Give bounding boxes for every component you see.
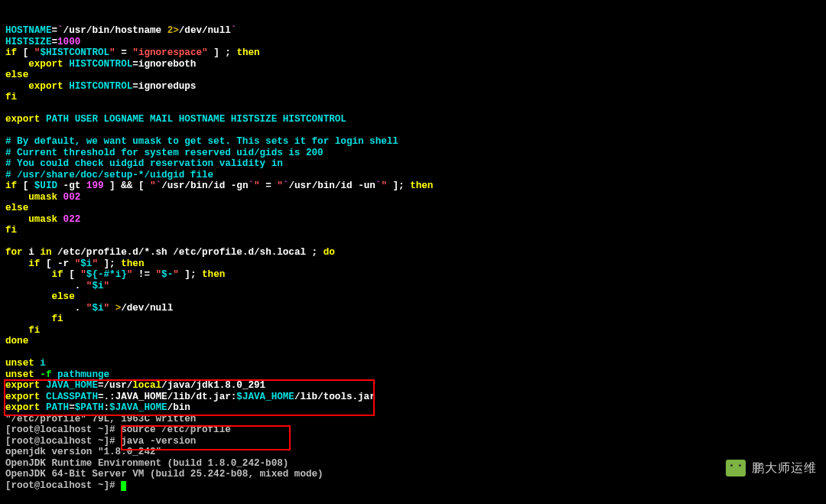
code-segment: /java/jdk1.8.0_291 bbox=[161, 380, 265, 391]
code-segment: = bbox=[260, 180, 278, 191]
code-segment: ` bbox=[231, 25, 237, 36]
code-segment: export bbox=[28, 81, 63, 92]
terminal-line bbox=[5, 236, 821, 248]
code-segment: HISTCONTROL bbox=[69, 59, 132, 70]
code-segment bbox=[5, 214, 28, 225]
code-segment: =/usr/ bbox=[98, 380, 132, 391]
code-segment: /usr/bin/hostname bbox=[63, 25, 167, 36]
terminal-line: fi bbox=[5, 325, 821, 337]
watermark-text: 鹏大师运维 bbox=[752, 463, 817, 474]
code-segment: CLASSPATH bbox=[46, 392, 98, 402]
code-segment: " bbox=[80, 269, 86, 280]
code-segment: PATH USER LOGNAME MAIL HOSTNAME HISTSIZE… bbox=[46, 114, 346, 125]
code-segment: then bbox=[236, 47, 259, 58]
code-segment: " bbox=[109, 47, 115, 58]
code-segment: export bbox=[5, 380, 40, 391]
code-segment: 002 bbox=[63, 192, 81, 203]
code-segment: if bbox=[51, 269, 63, 280]
code-segment: " bbox=[277, 180, 283, 191]
code-segment: /dev/null bbox=[179, 25, 231, 36]
terminal-line: export JAVA_HOME=/usr/local/java/jdk1.8.… bbox=[5, 380, 821, 392]
code-segment: = bbox=[115, 47, 133, 58]
code-segment: export bbox=[5, 392, 40, 402]
code-segment bbox=[5, 325, 28, 336]
code-segment: umask bbox=[28, 192, 57, 203]
terminal-line: fi bbox=[5, 314, 821, 325]
terminal-line: unset -f pathmunge bbox=[5, 369, 821, 381]
code-segment: [root@localhost ~]# source /etc/profile bbox=[5, 424, 231, 435]
code-segment: i bbox=[23, 247, 41, 258]
code-segment: 1000 bbox=[57, 37, 80, 47]
code-segment: then bbox=[202, 269, 225, 280]
code-segment: umask bbox=[28, 214, 57, 225]
code-segment: " bbox=[173, 269, 179, 280]
terminal-line: umask 022 bbox=[5, 214, 821, 226]
code-segment: export bbox=[28, 59, 63, 70]
code-segment bbox=[57, 192, 63, 203]
terminal-line: export HISTCONTROL=ignoredups bbox=[5, 81, 821, 93]
terminal-content: HOSTNAME=`/usr/bin/hostname 2>/dev/null`… bbox=[5, 25, 821, 491]
code-segment: != bbox=[132, 269, 155, 280]
terminal-line: HISTSIZE=1000 bbox=[5, 37, 821, 48]
code-segment: then bbox=[410, 180, 433, 191]
code-segment: = bbox=[51, 37, 57, 47]
code-segment bbox=[5, 269, 51, 280]
code-segment: -f bbox=[40, 369, 51, 380]
code-segment: OpenJDK 64-Bit Server VM (build 25.242-b… bbox=[5, 469, 324, 480]
terminal-line: openjdk version "1.8.0_242" bbox=[5, 447, 821, 458]
code-segment: "/etc/profile" 79L, 1963C written bbox=[5, 414, 196, 424]
terminal-line bbox=[5, 125, 821, 137]
code-segment: $PATH bbox=[75, 402, 104, 413]
code-segment: if bbox=[28, 259, 40, 269]
code-segment: local bbox=[132, 380, 161, 391]
code-segment: fi bbox=[28, 325, 40, 336]
code-segment: $UID bbox=[34, 180, 57, 191]
terminal-line: # /usr/share/doc/setup-*/uidgid file bbox=[5, 170, 821, 181]
code-segment: " bbox=[156, 269, 162, 280]
code-segment: if bbox=[5, 47, 17, 58]
code-segment: " bbox=[150, 180, 156, 191]
code-segment: -gt bbox=[57, 180, 86, 191]
code-segment: [root@localhost ~]# bbox=[5, 480, 121, 491]
code-segment: # You could check uidgid reservation val… bbox=[5, 158, 283, 169]
code-segment bbox=[5, 314, 51, 324]
code-segment: $JAVA_HOME bbox=[236, 392, 294, 402]
terminal-line: OpenJDK 64-Bit Server VM (build 25.242-b… bbox=[5, 469, 821, 480]
code-segment: ]; bbox=[98, 259, 121, 269]
code-segment: # By default, we want umask to get set. … bbox=[5, 136, 398, 147]
code-segment: openjdk version "1.8.0_242" bbox=[5, 447, 161, 457]
code-segment: unset bbox=[5, 369, 34, 380]
code-segment: if bbox=[5, 180, 17, 191]
code-segment: PATH bbox=[46, 402, 69, 413]
terminal-line: . "$i" bbox=[5, 281, 821, 292]
code-segment: $JAVA_HOME bbox=[109, 402, 167, 413]
code-segment bbox=[57, 214, 63, 225]
code-segment: /bin bbox=[167, 402, 190, 413]
code-segment: pathmunge bbox=[57, 369, 109, 380]
terminal-line: for i in /etc/profile.d/*.sh /etc/profil… bbox=[5, 247, 821, 259]
code-segment: $- bbox=[161, 269, 173, 280]
code-segment: = bbox=[69, 402, 75, 413]
terminal-cursor bbox=[121, 481, 126, 491]
code-segment bbox=[5, 291, 51, 302]
code-segment bbox=[5, 347, 11, 358]
code-segment: ] ; bbox=[208, 47, 237, 58]
code-segment bbox=[5, 103, 11, 114]
code-segment: i bbox=[40, 358, 46, 369]
code-segment: done bbox=[5, 336, 28, 346]
code-segment: HISTSIZE bbox=[5, 37, 51, 47]
terminal[interactable]: HOSTNAME=`/usr/bin/hostname 2>/dev/null`… bbox=[0, 0, 826, 504]
code-segment: [ bbox=[17, 180, 34, 191]
code-segment: in bbox=[40, 247, 51, 258]
code-segment: $HISTCONTROL bbox=[40, 47, 109, 58]
code-segment: " bbox=[381, 180, 387, 191]
code-segment: do bbox=[324, 247, 335, 258]
code-segment: ]; bbox=[387, 180, 410, 191]
code-segment bbox=[5, 192, 28, 203]
code-segment: ` bbox=[57, 25, 63, 36]
terminal-line: if [ -r "$i" ]; then bbox=[5, 259, 821, 270]
code-segment: HISTCONTROL bbox=[69, 81, 132, 92]
code-segment: export bbox=[5, 114, 40, 125]
terminal-line: export PATH=$PATH:$JAVA_HOME/bin bbox=[5, 402, 821, 414]
code-segment: # Current threshold for system reserved … bbox=[5, 148, 324, 158]
